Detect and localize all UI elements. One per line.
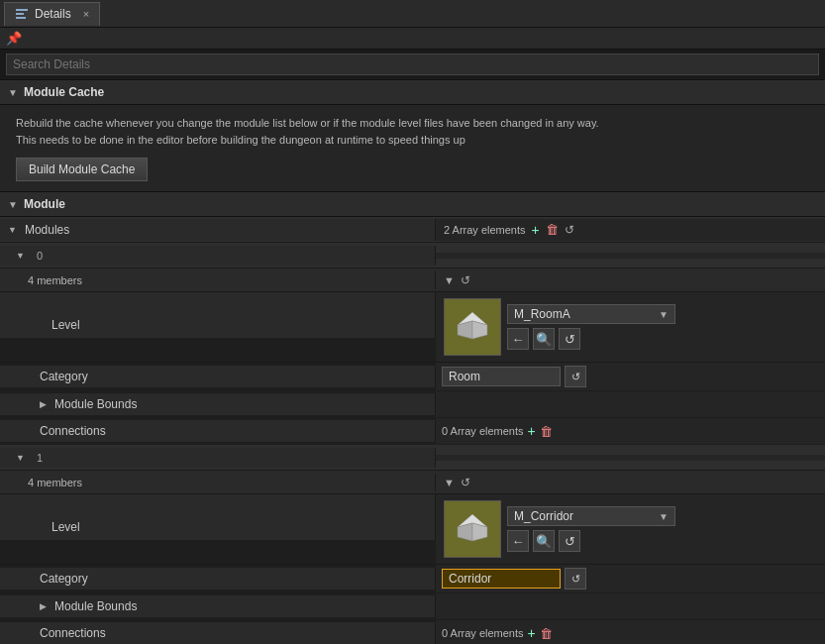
module-0-bounds-label: ▶ Module Bounds [0,393,436,415]
module-1-connections-del[interactable]: 🗑 [540,626,553,641]
module-1-header: ▼ 1 [0,445,825,471]
cache-desc-line1: Rebuild the cache whenever you change th… [16,115,809,132]
module-0-bounds-value [436,391,825,417]
modules-delete-button[interactable]: 🗑 [546,222,559,237]
module-section-header[interactable]: ▼ Module [0,192,825,217]
search-input[interactable] [6,54,819,75]
module-1-search-button[interactable]: 🔍 [533,530,555,552]
build-module-cache-button[interactable]: Build Module Cache [16,158,148,181]
module-0-category-value: ↺ [436,363,825,390]
module-0-asset-dropdown[interactable]: M_RoomA ▼ [507,304,675,324]
module-1-connections-count: 0 Array elements [442,627,524,639]
module-1-icon-row: ← 🔍 ↺ [507,530,675,552]
module-0-category-row: Category ↺ [0,363,825,391]
tab-details[interactable]: Details × [4,2,100,26]
module-0-level-label: Level [0,292,436,338]
module-1-back-button[interactable]: ← [507,530,529,552]
module-cache-arrow: ▼ [8,87,18,98]
module-0-connections-value: 0 Array elements + 🗑 [436,418,825,444]
module-section-title: Module [24,197,65,211]
modules-collapse-arrow[interactable]: ▼ [8,225,17,235]
module-1-level-label: Level [0,494,436,540]
modules-array-header: ▼ Modules 2 Array elements + 🗑 ↺ [0,217,825,243]
module-0-members-value: ▼ ↺ [436,270,825,290]
module-0-category-reset[interactable]: ↺ [565,366,586,387]
module-0-connections-count: 0 Array elements [442,425,524,437]
module-1-members-value: ▼ ↺ [436,473,825,492]
search-bar [0,50,825,80]
module-0-index: 0 [37,250,43,262]
module-1-members-reset[interactable]: ↺ [461,476,470,489]
module-1-category-value: ↺ [436,565,825,592]
module-0-connections-add[interactable]: + [528,423,536,439]
svg-rect-0 [16,9,28,11]
tab-bar: Details × [0,0,825,28]
module-1-members-chevron: ▼ [444,477,455,488]
module-1-members-label: 4 members [0,474,436,491]
module-1-bounds-row: ▶ Module Bounds [0,593,825,620]
module-1-thumbnail [444,500,501,558]
module-1-level-controls: M_Corridor ▼ ← 🔍 ↺ [507,506,675,552]
module-1-category-row: Category ↺ [0,565,825,593]
module-1-bounds-label: ▶ Module Bounds [0,595,436,617]
module-1-connections-value: 0 Array elements + 🗑 [436,620,825,644]
modules-add-button[interactable]: + [532,222,540,238]
module-1-category-reset[interactable]: ↺ [565,568,586,590]
module-1-category-label: Category [0,568,436,590]
module-0-icon-row: ← 🔍 ↺ [507,328,675,350]
tab-close-button[interactable]: × [83,8,89,20]
module-0-reset-button[interactable]: ↺ [559,328,580,350]
module-1-connections-row: Connections 0 Array elements + 🗑 [0,620,825,644]
module-1-value [436,455,825,461]
module-0-level-controls: M_RoomA ▼ ← 🔍 ↺ [507,304,675,350]
module-1-connections-label: Connections [0,622,436,644]
module-0-level-top: M_RoomA ▼ ← 🔍 ↺ [444,298,817,356]
module-0-bounds-arrow[interactable]: ▶ [40,399,47,409]
module-0-bounds-row: ▶ Module Bounds [0,391,825,418]
svg-rect-2 [16,17,26,19]
module-section: ▼ Module ▼ Modules 2 Array elements + 🗑 … [0,192,825,644]
module-1-connections-add[interactable]: + [528,625,536,641]
module-1-label: ▼ 1 [0,448,436,468]
pin-icon: 📌 [6,31,22,46]
cache-content: Rebuild the cache whenever you change th… [0,105,825,191]
module-section-arrow: ▼ [8,199,18,210]
module-0-back-button[interactable]: ← [507,328,529,350]
module-0-header: ▼ 0 [0,243,825,268]
module-0-members: 4 members ▼ ↺ [0,268,825,292]
module-0-members-reset[interactable]: ↺ [461,273,470,287]
module-0-search-button[interactable]: 🔍 [533,328,555,350]
module-1-members: 4 members ▼ ↺ [0,471,825,494]
module-1-bounds-arrow[interactable]: ▶ [40,601,47,611]
tab-label: Details [35,7,71,21]
module-1-level-value: M_Corridor ▼ ← 🔍 ↺ [436,494,825,564]
modules-count: 2 Array elements [444,224,526,236]
module-0-value [436,253,825,259]
pin-row: 📌 [0,28,825,50]
module-1-collapse[interactable]: ▼ [16,453,25,463]
details-icon [15,7,29,21]
module-1-asset-dropdown[interactable]: M_Corridor ▼ [507,506,675,526]
module-0-members-chevron: ▼ [444,274,455,286]
module-0-category-label: Category [0,366,436,387]
module-1-dropdown-chevron: ▼ [659,511,669,522]
modules-array-value: 2 Array elements + 🗑 ↺ [436,219,825,241]
cache-description: Rebuild the cache whenever you change th… [16,115,809,148]
module-0-label: ▼ 0 [0,246,436,266]
module-1-reset-button[interactable]: ↺ [559,530,580,552]
module-0-connections-label: Connections [0,420,436,442]
module-0-collapse[interactable]: ▼ [16,251,25,261]
module-0-thumbnail [444,298,501,356]
module-1-index: 1 [37,452,43,464]
module-1-level-top: M_Corridor ▼ ← 🔍 ↺ [444,500,817,558]
module-0-members-label: 4 members [0,271,436,289]
module-0-level-row: Level M_RoomA ▼ [0,292,825,363]
module-cache-header[interactable]: ▼ Module Cache [0,80,825,105]
dropdown-chevron: ▼ [659,309,669,320]
module-1-bounds-value [436,593,825,619]
module-cache-title: Module Cache [24,85,104,99]
module-0-connections-del[interactable]: 🗑 [540,424,553,439]
modules-reset-button[interactable]: ↺ [565,223,574,237]
module-1-category-input[interactable] [442,569,561,589]
module-0-category-input[interactable] [442,367,561,386]
